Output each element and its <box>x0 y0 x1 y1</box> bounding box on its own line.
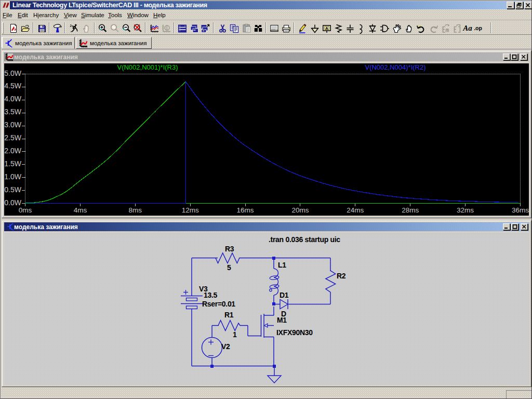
svg-text:1: 1 <box>233 330 237 339</box>
svg-text:.op: .op <box>474 25 482 31</box>
svg-text:16ms: 16ms <box>237 206 254 214</box>
svg-text:32ms: 32ms <box>457 206 474 214</box>
svg-text:20ms: 20ms <box>291 206 309 214</box>
svg-text:5: 5 <box>227 263 231 272</box>
svg-text:1.0W: 1.0W <box>4 172 21 181</box>
svg-text:13.5: 13.5 <box>204 291 218 299</box>
svg-text:24ms: 24ms <box>347 206 364 214</box>
svg-text:0.5W: 0.5W <box>4 185 21 194</box>
svg-text:4.5W: 4.5W <box>4 82 21 90</box>
svg-text:28ms: 28ms <box>402 206 419 214</box>
svg-text:2.5W: 2.5W <box>4 134 21 142</box>
svg-text:M1: M1 <box>277 316 287 324</box>
svg-text:D1: D1 <box>280 291 289 299</box>
svg-text:36ms: 36ms <box>512 206 529 214</box>
svg-text:12ms: 12ms <box>182 206 199 214</box>
svg-text:4.0W: 4.0W <box>4 95 21 103</box>
svg-text:Rser=0.01: Rser=0.01 <box>202 300 235 308</box>
svg-text:V(N002,N001)*I(R3): V(N002,N001)*I(R3) <box>117 63 178 71</box>
svg-text:IXFX90N30: IXFX90N30 <box>276 328 313 337</box>
svg-text:R3: R3 <box>225 245 234 253</box>
svg-text:1.5W: 1.5W <box>4 159 21 168</box>
svg-text:0.0W: 0.0W <box>4 198 21 207</box>
svg-text:L1: L1 <box>278 261 286 269</box>
svg-text:R2: R2 <box>337 272 346 280</box>
svg-text:2.0W: 2.0W <box>4 147 21 155</box>
svg-text:V2: V2 <box>221 342 230 351</box>
svg-text:3.5W: 3.5W <box>4 108 21 116</box>
svg-text:Aa: Aa <box>462 24 472 32</box>
svg-text:0ms: 0ms <box>19 206 32 214</box>
svg-text:8ms: 8ms <box>129 206 142 214</box>
svg-text:A: A <box>325 26 328 31</box>
svg-text:V(N002,N004)*I(R2): V(N002,N004)*I(R2) <box>365 63 425 71</box>
svg-text:R1: R1 <box>224 311 234 319</box>
svg-text:4ms: 4ms <box>74 206 87 214</box>
svg-text:3.0W: 3.0W <box>4 121 21 129</box>
svg-text:5.0W: 5.0W <box>4 69 21 77</box>
svg-text:.tran 0.036 startup uic: .tran 0.036 startup uic <box>269 235 340 244</box>
